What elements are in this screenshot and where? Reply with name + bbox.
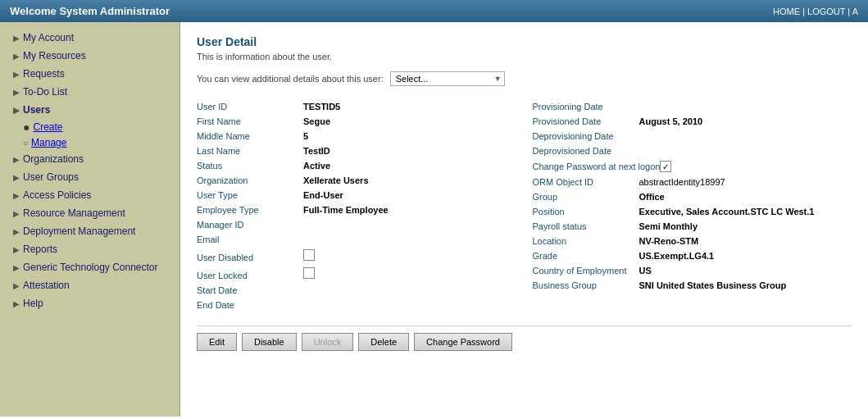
- field-value-location: NV-Reno-STM: [639, 236, 699, 246]
- field-value-group: Office: [639, 192, 665, 202]
- sidebar-item-label: Attestation: [23, 280, 70, 291]
- detail-row: Deprovisioned Date: [533, 143, 852, 158]
- field-value-employeetype: Full-Time Employee: [303, 205, 389, 215]
- field-label-deprovisioneddate: Deprovisioned Date: [533, 146, 639, 156]
- detail-row: Start Date: [197, 283, 516, 298]
- edit-button[interactable]: Edit: [197, 333, 237, 351]
- field-value-usertype: End-User: [303, 190, 343, 200]
- header-title: Welcome System Administrator: [10, 5, 170, 17]
- action-buttons: Edit Disable Unlock Delete Change Passwo…: [197, 326, 852, 351]
- sidebar-sub-label[interactable]: Create: [33, 121, 62, 133]
- field-label-organization: Organization: [197, 175, 303, 185]
- field-label-startdate: Start Date: [197, 285, 303, 295]
- header-links[interactable]: HOME | LOGOUT | A: [773, 7, 858, 16]
- arrow-icon: ▶: [13, 281, 20, 290]
- sidebar-item-reports[interactable]: ▶ Reports: [0, 240, 180, 258]
- arrow-icon: ▶: [13, 227, 20, 236]
- sidebar-item-access-policies[interactable]: ▶ Access Policies: [0, 186, 180, 204]
- sidebar: ▶ My Account ▶ My Resources ▶ Requests ▶…: [0, 22, 180, 417]
- detail-row: First Name Segue: [197, 114, 516, 129]
- detail-row-changepassword: Change Password at next logon ✓: [533, 158, 852, 175]
- field-value-userid: TESTID5: [303, 102, 340, 112]
- arrow-icon: ▶: [13, 106, 20, 115]
- detail-row: Business Group SNI United States Busines…: [533, 278, 852, 293]
- detail-row: Email: [197, 232, 516, 247]
- field-label-ormobjectid: ORM Object ID: [533, 177, 639, 187]
- sidebar-item-my-account[interactable]: ▶ My Account: [0, 29, 180, 47]
- field-label-enddate: End Date: [197, 300, 303, 310]
- sidebar-item-attestation[interactable]: ▶ Attestation: [0, 276, 180, 294]
- page-title: User Detail: [197, 35, 852, 48]
- sidebar-item-user-groups[interactable]: ▶ User Groups: [0, 168, 180, 186]
- detail-row: User Type End-User: [197, 188, 516, 203]
- sidebar-item-label: Generic Technology Connector: [23, 262, 158, 273]
- user-locked-checkbox[interactable]: [303, 267, 315, 279]
- arrow-icon: ▶: [13, 70, 20, 79]
- delete-button[interactable]: Delete: [358, 333, 409, 351]
- field-value-business-group: SNI United States Business Group: [639, 280, 787, 290]
- field-label-location: Location: [533, 236, 639, 246]
- sidebar-item-generic-technology-connector[interactable]: ▶ Generic Technology Connector: [0, 258, 180, 276]
- detail-row: Middle Name 5: [197, 129, 516, 143]
- field-value-ormobjectid: abstractIdentity18997: [639, 177, 725, 187]
- detail-row: Provisioned Date August 5, 2010: [533, 114, 852, 129]
- arrow-icon: ▶: [13, 299, 20, 308]
- field-label-email: Email: [197, 235, 303, 244]
- field-label-lastname: Last Name: [197, 146, 303, 156]
- field-value-lastname: TestID: [303, 146, 330, 156]
- field-label-employeetype: Employee Type: [197, 205, 303, 215]
- field-label-group: Group: [533, 192, 639, 202]
- detail-row: Deprovisioning Date: [533, 129, 852, 143]
- detail-row: Provisioning Date: [533, 99, 852, 114]
- sidebar-item-help[interactable]: ▶ Help: [0, 294, 180, 312]
- detail-row: Group Office: [533, 189, 852, 204]
- field-label-middlename: Middle Name: [197, 131, 303, 141]
- arrow-icon: ▶: [13, 34, 20, 43]
- arrow-icon: ▶: [13, 209, 20, 218]
- sidebar-item-users[interactable]: ▶ Users: [0, 101, 180, 119]
- sidebar-item-label: Deployment Management: [23, 225, 135, 237]
- sidebar-item-label: Requests: [23, 68, 65, 80]
- field-label-country-employment: Country of Employment: [533, 266, 639, 276]
- field-value-country-employment: US: [639, 266, 652, 276]
- bullet-icon: ○: [23, 139, 28, 148]
- sidebar-item-label: Organizations: [23, 153, 84, 165]
- sidebar-item-label: To-Do List: [23, 86, 67, 98]
- field-label-userid: User ID: [197, 102, 303, 112]
- field-value-payrollstatus: Semi Monthly: [639, 221, 698, 231]
- detail-row: User ID TESTID5: [197, 99, 516, 114]
- detail-row: End Date: [197, 298, 516, 312]
- change-password-checkbox[interactable]: ✓: [660, 161, 671, 172]
- sidebar-item-organizations[interactable]: ▶ Organizations: [0, 150, 180, 168]
- sidebar-sub-label[interactable]: Manage: [31, 137, 66, 148]
- sidebar-sub-create[interactable]: ● Create: [0, 119, 180, 135]
- sidebar-item-label: Help: [23, 298, 43, 309]
- detail-row: Position Executive, Sales Account.STC LC…: [533, 204, 852, 219]
- detail-row-user-disabled: User Disabled: [197, 247, 516, 265]
- unlock-button[interactable]: Unlock: [302, 333, 354, 351]
- arrow-icon: ▶: [13, 52, 20, 61]
- sidebar-item-deployment-management[interactable]: ▶ Deployment Management: [0, 222, 180, 240]
- sidebar-item-todo[interactable]: ▶ To-Do List: [0, 83, 180, 101]
- user-disabled-checkbox[interactable]: [303, 249, 315, 261]
- sidebar-item-resource-management[interactable]: ▶ Resource Management: [0, 204, 180, 222]
- field-value-grade: US.Exempt.LG4.1: [639, 251, 715, 261]
- detail-row: Grade US.Exempt.LG4.1: [533, 248, 852, 263]
- sidebar-item-my-resources[interactable]: ▶ My Resources: [0, 47, 180, 65]
- sidebar-item-requests[interactable]: ▶ Requests: [0, 65, 180, 83]
- detail-row: Employee Type Full-Time Employee: [197, 203, 516, 217]
- disable-button[interactable]: Disable: [242, 333, 297, 351]
- field-value-status: Active: [303, 161, 330, 171]
- field-label-firstname: First Name: [197, 116, 303, 126]
- additional-details-select[interactable]: Select...: [390, 71, 505, 86]
- select-wrapper[interactable]: Select...: [390, 71, 505, 86]
- field-label-status: Status: [197, 161, 303, 171]
- sidebar-item-label: My Resources: [23, 50, 86, 61]
- detail-row: ORM Object ID abstractIdentity18997: [533, 175, 852, 189]
- field-value-middlename: 5: [303, 131, 308, 141]
- bullet-icon: ●: [23, 121, 30, 134]
- field-label-userdisabled: User Disabled: [197, 253, 303, 262]
- detail-row-user-locked: User Locked: [197, 265, 516, 283]
- sidebar-sub-manage[interactable]: ○ Manage: [0, 135, 180, 150]
- change-password-button[interactable]: Change Password: [414, 333, 512, 351]
